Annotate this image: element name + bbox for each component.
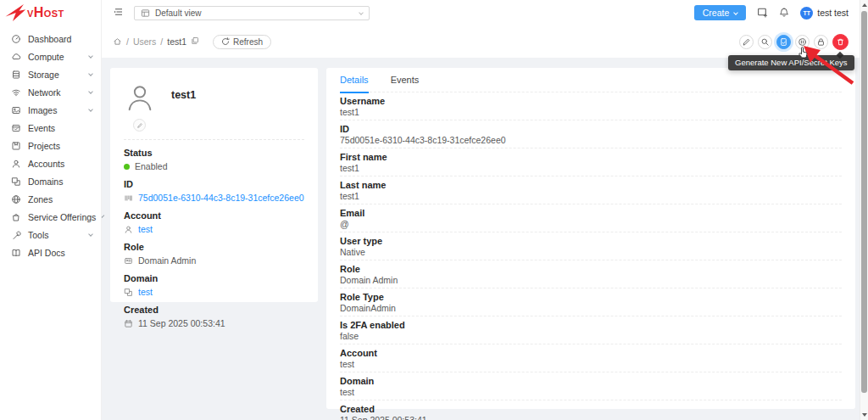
id-link[interactable]: 75d0051e-6310-44c3-8c19-31cefce26ee0 bbox=[138, 193, 304, 203]
profile-field-created: Created 11 Sep 2025 00:53:41 bbox=[124, 305, 304, 328]
detail-row-role: RoleDomain Admin bbox=[340, 260, 842, 288]
role-value: Domain Admin bbox=[138, 255, 196, 266]
brand-name: vHost bbox=[27, 5, 64, 20]
edit-button[interactable] bbox=[739, 35, 754, 49]
brand-arrow-icon bbox=[4, 3, 26, 23]
reload-icon bbox=[221, 37, 230, 46]
scrollbar[interactable] bbox=[860, 0, 868, 420]
detail-row-2fa: Is 2FA enabledfalse bbox=[340, 316, 842, 344]
delete-button[interactable] bbox=[832, 34, 849, 50]
breadcrumb-separator: / bbox=[126, 36, 129, 47]
chevron-down-icon bbox=[88, 89, 93, 94]
detail-row-user-type: User typeNative bbox=[340, 232, 842, 260]
id-card-icon bbox=[124, 256, 133, 266]
bell-icon[interactable] bbox=[779, 7, 789, 20]
tab-details[interactable]: Details bbox=[340, 68, 369, 92]
sidebar-menu: Dashboard Compute Storage Network Images… bbox=[0, 25, 101, 261]
detail-row-domain: Domaintest bbox=[340, 372, 842, 400]
tab-events[interactable]: Events bbox=[391, 68, 420, 92]
disable-user-button[interactable] bbox=[795, 35, 810, 49]
copy-icon[interactable] bbox=[191, 36, 199, 47]
domain-link[interactable]: test bbox=[138, 287, 153, 297]
breadcrumb-separator: / bbox=[160, 36, 163, 47]
detail-row-last-name: Last nametest1 bbox=[340, 176, 842, 204]
view-selector[interactable]: Default view bbox=[134, 6, 370, 20]
trash-icon bbox=[836, 37, 845, 47]
pencil-icon bbox=[136, 122, 143, 129]
sidebar-item-zones[interactable]: Zones bbox=[0, 190, 101, 208]
search-button[interactable] bbox=[758, 35, 772, 49]
profile-field-account: Account test bbox=[124, 210, 304, 234]
sidebar-item-images[interactable]: Images bbox=[0, 101, 101, 119]
profile-name: test1 bbox=[171, 89, 196, 101]
sidebar-item-compute[interactable]: Compute bbox=[0, 48, 101, 65]
chevron-down-icon bbox=[88, 107, 93, 112]
lock-icon bbox=[816, 37, 826, 47]
chevron-down-icon bbox=[359, 10, 364, 15]
book-icon bbox=[11, 248, 21, 258]
tab-bar: Details Events bbox=[340, 68, 842, 92]
brand-logo[interactable]: vHost bbox=[0, 0, 101, 25]
magnifier-icon bbox=[760, 37, 770, 47]
scroll-down-arrow[interactable] bbox=[862, 413, 867, 417]
sidebar-item-api-docs[interactable]: API Docs bbox=[0, 244, 101, 261]
topbar: Default view Create TT test test bbox=[102, 0, 860, 25]
tooltip: Generate New API/Secret Keys bbox=[728, 55, 854, 70]
profile-field-status: Status Enabled bbox=[124, 148, 304, 171]
detail-row-username: Usernametest1 bbox=[340, 92, 842, 120]
account-link[interactable]: test bbox=[138, 224, 153, 234]
project-icon bbox=[11, 141, 21, 151]
wifi-icon bbox=[11, 87, 21, 98]
menu-fold-icon[interactable] bbox=[113, 7, 125, 19]
created-value: 11 Sep 2025 00:53:41 bbox=[138, 318, 225, 328]
content: test1 Status Enabled ID 75d0051e-6310-44… bbox=[102, 58, 860, 420]
barcode-icon bbox=[124, 193, 133, 203]
profile-avatar-icon bbox=[124, 81, 156, 116]
tool-icon bbox=[11, 230, 21, 240]
change-password-button[interactable] bbox=[814, 35, 828, 49]
user-menu[interactable]: TT test test bbox=[800, 7, 849, 20]
chevron-down-icon bbox=[88, 232, 93, 237]
profile-card: test1 Status Enabled ID 75d0051e-6310-44… bbox=[110, 68, 318, 302]
home-icon[interactable] bbox=[113, 36, 122, 48]
pause-circle-icon bbox=[798, 37, 807, 47]
breadcrumb-current: test1 bbox=[167, 36, 186, 47]
cloud-icon bbox=[11, 52, 21, 62]
page: vHost Dashboard Compute Storage Network … bbox=[0, 0, 868, 420]
detail-row-first-name: First nametest1 bbox=[340, 148, 842, 176]
sidebar-item-network[interactable]: Network bbox=[0, 83, 101, 101]
profile-field-id: ID 75d0051e-6310-44c3-8c19-31cefce26ee0 bbox=[124, 179, 304, 203]
profile-field-role: Role Domain Admin bbox=[124, 242, 304, 266]
refresh-button[interactable]: Refresh bbox=[213, 35, 271, 49]
sidebar-item-events[interactable]: Events bbox=[0, 119, 101, 137]
user-icon bbox=[11, 159, 21, 169]
chevron-down-icon bbox=[88, 53, 93, 59]
user-icon bbox=[124, 225, 133, 234]
sidebar-item-storage[interactable]: Storage bbox=[0, 65, 101, 83]
schedule-icon bbox=[11, 123, 21, 133]
detail-row-role-type: Role TypeDomainAdmin bbox=[340, 288, 842, 316]
picture-icon bbox=[11, 105, 21, 115]
profile-field-domain: Domain test bbox=[124, 273, 304, 297]
sidebar-item-service-offerings[interactable]: Service Offerings bbox=[0, 208, 101, 226]
details-card: Details Events Usernametest1 ID75d0051e-… bbox=[326, 68, 855, 409]
divider bbox=[124, 139, 304, 140]
project-switch-icon[interactable] bbox=[757, 7, 768, 20]
scrollbar-thumb[interactable] bbox=[861, 11, 867, 393]
view-filter-icon bbox=[141, 8, 150, 18]
sidebar-item-domains[interactable]: Domains bbox=[0, 172, 101, 190]
create-button[interactable]: Create bbox=[694, 5, 747, 20]
breadcrumb-users[interactable]: Users bbox=[133, 36, 156, 47]
generate-keys-button[interactable] bbox=[776, 35, 791, 49]
sidebar-item-accounts[interactable]: Accounts bbox=[0, 154, 101, 172]
globe-icon bbox=[11, 194, 21, 204]
sidebar-item-dashboard[interactable]: Dashboard bbox=[0, 30, 101, 48]
block-icon bbox=[11, 176, 21, 187]
sidebar-item-tools[interactable]: Tools bbox=[0, 226, 101, 244]
scroll-up-arrow[interactable] bbox=[862, 3, 867, 7]
user-name: test test bbox=[817, 8, 849, 18]
sidebar: vHost Dashboard Compute Storage Network … bbox=[0, 0, 102, 420]
view-selector-value: Default view bbox=[155, 8, 201, 18]
sidebar-item-projects[interactable]: Projects bbox=[0, 137, 101, 154]
edit-avatar-button[interactable] bbox=[133, 119, 146, 132]
